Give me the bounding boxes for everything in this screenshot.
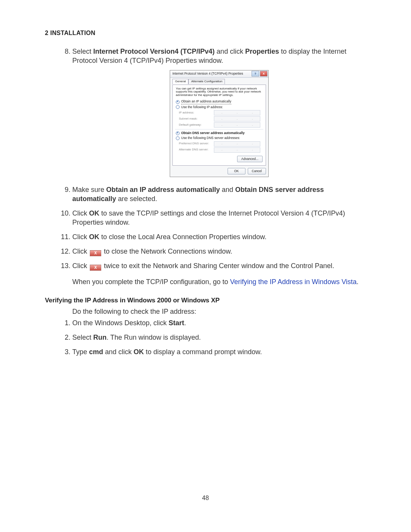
ip-address-field: ... (214, 110, 260, 115)
default-gateway-field: ... (214, 122, 260, 128)
text: Click (72, 248, 89, 255)
step-b2: Select Run. The Run window is displayed. (72, 333, 366, 342)
radio-icon (176, 136, 180, 140)
default-gateway-label: Default gateway: (179, 123, 212, 127)
text: and (220, 186, 235, 193)
tcpip-properties-dialog: Internet Protocol Version 4 (TCP/IPv4) P… (170, 70, 269, 177)
subsection-header: Verifying the IP Address in Windows 2000… (45, 297, 366, 304)
text: . (184, 319, 186, 327)
text: and click (215, 48, 245, 55)
step-12: Click X to close the Network Connections… (72, 247, 366, 256)
text: Select (72, 48, 93, 55)
text-bold: Run (93, 334, 107, 341)
radio-icon (176, 100, 180, 104)
step-10: Click OK to save the TCP/IP settings and… (72, 209, 366, 227)
cancel-button[interactable]: Cancel (248, 168, 266, 174)
text: Click (72, 262, 89, 270)
advanced-button[interactable]: Advanced... (237, 156, 263, 162)
section-header: 2 INSTALLATION (45, 30, 366, 37)
text: to close the Network Connections window. (102, 248, 232, 255)
radio-obtain-dns-auto[interactable]: Obtain DNS server address automatically (176, 131, 263, 135)
text-bold: Start (169, 319, 184, 327)
page-number: 48 (0, 495, 411, 502)
instruction-list-b: On the Windows Desktop, click Start. Sel… (45, 319, 366, 357)
radio-icon (176, 131, 180, 135)
text: Select (72, 334, 93, 341)
hint-text: You can get IP settings assigned automat… (176, 87, 263, 97)
text-bold: Internet Protocol Version4 (TCP/IPv4) (93, 48, 215, 55)
radio-label: Use the following DNS server addresses: (181, 136, 240, 140)
closing-paragraph: When you complete the TCP/IP configurati… (45, 278, 366, 287)
dialog-figure: Internet Protocol Version 4 (TCP/IPv4) P… (72, 70, 366, 177)
ip-address-label: IP address: (179, 111, 212, 115)
text: Make sure (72, 186, 106, 193)
text-bold: Obtain an IP address automatically (106, 186, 220, 193)
step-b1: On the Windows Desktop, click Start. (72, 319, 366, 328)
text: Click (72, 209, 89, 217)
instruction-list-a: Select Internet Protocol Version4 (TCP/I… (45, 47, 366, 271)
text: and click (103, 348, 134, 356)
text-bold: cmd (89, 348, 103, 356)
step-11: Click OK to close the Local Area Connect… (72, 233, 366, 242)
intro-text: Do the following to check the IP address… (45, 307, 366, 316)
close-icon: X (90, 250, 101, 256)
text: to display a command prompt window. (144, 348, 262, 356)
text: twice to exit the Network and Sharing Ce… (102, 262, 334, 270)
text-bold: Properties (245, 48, 279, 55)
step-9: Make sure Obtain an IP address automatic… (72, 185, 366, 204)
preferred-dns-field: ... (214, 141, 260, 147)
help-button[interactable]: ? (252, 71, 259, 77)
step-13: Click X twice to exit the Network and Sh… (72, 262, 366, 271)
subnet-mask-field: ... (214, 116, 260, 121)
step-8: Select Internet Protocol Version4 (TCP/I… (72, 47, 366, 177)
text: are selected. (116, 195, 157, 203)
radio-obtain-ip-auto[interactable]: Obtain an IP address automatically (176, 99, 263, 104)
text: On the Windows Desktop, click (72, 319, 169, 327)
text: When you complete the TCP/IP configurati… (72, 278, 230, 286)
alternate-dns-field: ... (214, 147, 260, 153)
link-verify-ip-vista[interactable]: Verifying the IP Address in Windows Vist… (230, 278, 357, 286)
text-bold: OK (89, 209, 99, 217)
text-bold: OK (134, 348, 144, 356)
text: to save the TCP/IP settings and close th… (72, 209, 345, 226)
text-bold: OK (89, 233, 99, 241)
close-icon: X (90, 265, 101, 271)
subnet-mask-label: Subnet mask: (179, 117, 212, 121)
dialog-titlebar: Internet Protocol Version 4 (TCP/IPv4) P… (170, 70, 268, 78)
preferred-dns-label: Preferred DNS server: (179, 142, 212, 146)
text: Type (72, 348, 89, 356)
tab-alternate-configuration[interactable]: Alternate Configuration (188, 79, 225, 84)
close-button[interactable]: X (260, 71, 268, 77)
radio-label: Obtain an IP address automatically (181, 99, 231, 104)
radio-use-following-ip[interactable]: Use the following IP address: (176, 105, 263, 109)
radio-icon (176, 105, 180, 109)
radio-use-following-dns[interactable]: Use the following DNS server addresses: (176, 136, 263, 140)
text: Click (72, 233, 89, 241)
text: . The Run window is displayed. (107, 334, 201, 341)
step-b3: Type cmd and click OK to display a comma… (72, 348, 366, 357)
radio-label: Use the following IP address: (181, 105, 223, 109)
tab-panel: You can get IP settings assigned automat… (172, 85, 266, 166)
text: to close the Local Area Connection Prope… (99, 233, 266, 241)
ok-button[interactable]: OK (228, 168, 245, 174)
alternate-dns-label: Alternate DNS server: (179, 148, 212, 152)
dialog-title: Internet Protocol Version 4 (TCP/IPv4) P… (172, 72, 243, 76)
text: . (357, 278, 358, 286)
tab-general[interactable]: General (172, 79, 188, 84)
radio-label: Obtain DNS server address automatically (181, 131, 245, 135)
